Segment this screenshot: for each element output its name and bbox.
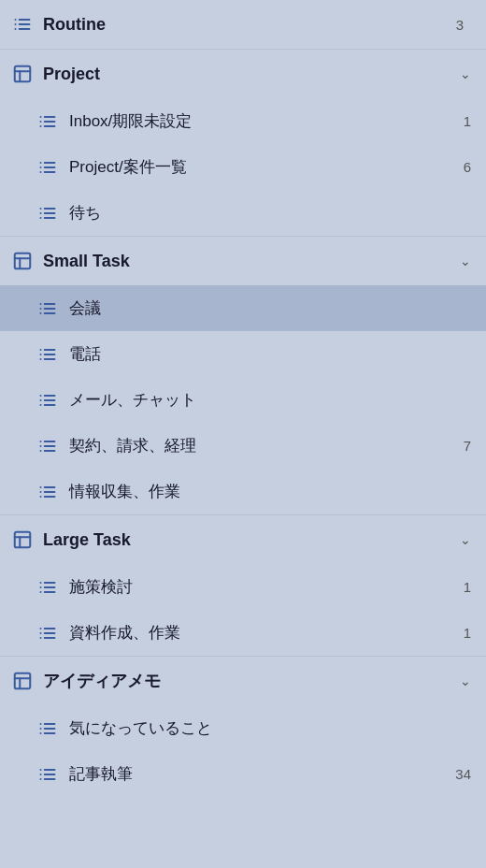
sidebar-item-articles[interactable]: 記事執筆 34 [0, 751, 486, 797]
list-icon [37, 436, 58, 456]
svg-point-66 [40, 582, 42, 584]
inbox-badge: 1 [464, 113, 471, 129]
curious-label: 気になっていること [69, 717, 471, 739]
sidebar-item-waiting[interactable]: 待ち [0, 190, 486, 236]
list-icon [37, 344, 58, 365]
svg-point-35 [40, 312, 42, 314]
svg-point-82 [40, 728, 42, 730]
meeting-label: 会議 [69, 297, 471, 319]
routine-title: Routine [43, 15, 456, 35]
list-icon [37, 203, 58, 224]
sidebar-item-project[interactable]: Project ⌄ [0, 50, 486, 98]
chevron-down-icon: ⌄ [460, 532, 471, 547]
mail-chat-label: メール、チャット [69, 389, 471, 411]
large-task-title: Large Task [43, 530, 460, 550]
list-icon [37, 623, 58, 644]
box-icon [11, 528, 34, 551]
svg-point-68 [40, 591, 42, 593]
svg-point-18 [40, 162, 42, 164]
sidebar-item-research[interactable]: 情報収集、作業 [0, 469, 486, 514]
planning-badge: 1 [464, 579, 471, 595]
routine-badge: 3 [456, 17, 464, 33]
box-icon [11, 250, 34, 272]
phone-label: 電話 [69, 343, 471, 365]
svg-point-4 [15, 23, 17, 25]
svg-point-52 [40, 445, 42, 447]
sidebar-item-large-task[interactable]: Large Task ⌄ [0, 515, 486, 564]
svg-rect-27 [15, 253, 31, 269]
project-title: Project [43, 65, 460, 84]
svg-point-33 [40, 303, 42, 305]
sidebar: Routine 3 Project ⌄ Inbox/期限未設定 [0, 0, 486, 797]
idea-memo-title: アイディアメモ [43, 670, 460, 692]
svg-point-73 [40, 632, 42, 634]
svg-point-25 [40, 212, 42, 214]
svg-point-89 [40, 778, 42, 780]
svg-point-40 [40, 354, 42, 355]
project-list-label: Project/案件一覧 [69, 156, 464, 178]
list-icon [37, 764, 58, 785]
svg-point-39 [40, 349, 42, 351]
sidebar-item-document[interactable]: 資料作成、作業 1 [0, 610, 486, 656]
svg-point-83 [40, 732, 42, 734]
sidebar-item-project-list[interactable]: Project/案件一覧 6 [0, 144, 486, 190]
svg-point-5 [15, 28, 17, 30]
svg-point-88 [40, 774, 42, 775]
svg-point-20 [40, 171, 42, 173]
sidebar-item-idea-memo[interactable]: アイディアメモ ⌄ [0, 657, 486, 705]
svg-point-67 [40, 586, 42, 588]
list-icon [37, 157, 58, 178]
inbox-label: Inbox/期限未設定 [69, 110, 464, 132]
svg-point-72 [40, 628, 42, 629]
list-icon [37, 111, 58, 132]
list-icon [37, 718, 58, 739]
chevron-down-icon: ⌄ [460, 673, 471, 688]
contract-label: 契約、請求、経理 [69, 435, 464, 456]
list-icon [37, 390, 58, 411]
svg-point-12 [40, 116, 42, 118]
svg-point-57 [40, 486, 42, 488]
box-icon [11, 63, 34, 85]
list-icon [37, 298, 58, 319]
sidebar-item-planning[interactable]: 施策検討 1 [0, 564, 486, 610]
sidebar-item-phone[interactable]: 電話 [0, 331, 486, 377]
svg-point-58 [40, 491, 42, 493]
svg-rect-60 [15, 532, 31, 548]
sidebar-item-inbox[interactable]: Inbox/期限未設定 1 [0, 98, 486, 144]
sidebar-item-small-task[interactable]: Small Task ⌄ [0, 237, 486, 285]
sidebar-item-curious[interactable]: 気になっていること [0, 705, 486, 751]
svg-point-45 [40, 395, 42, 397]
svg-point-74 [40, 637, 42, 639]
document-label: 資料作成、作業 [69, 622, 464, 644]
document-badge: 1 [464, 625, 471, 641]
articles-label: 記事執筆 [69, 763, 455, 785]
svg-point-51 [40, 441, 42, 442]
svg-point-81 [40, 723, 42, 725]
waiting-label: 待ち [69, 202, 471, 224]
svg-point-13 [40, 121, 42, 123]
sidebar-item-routine[interactable]: Routine 3 [0, 0, 486, 49]
svg-point-46 [40, 399, 42, 401]
list-icon [37, 482, 58, 502]
small-task-title: Small Task [43, 252, 460, 271]
project-list-badge: 6 [464, 159, 471, 175]
box-icon [11, 670, 34, 692]
svg-point-19 [40, 166, 42, 168]
svg-point-59 [40, 496, 42, 498]
svg-rect-6 [15, 66, 31, 82]
sidebar-item-mail-chat[interactable]: メール、チャット [0, 377, 486, 423]
svg-point-26 [40, 217, 42, 219]
contract-badge: 7 [464, 438, 471, 454]
svg-point-14 [40, 125, 42, 127]
svg-point-24 [40, 208, 42, 210]
sidebar-item-contract[interactable]: 契約、請求、経理 7 [0, 423, 486, 469]
list-icon [11, 13, 34, 36]
svg-point-53 [40, 450, 42, 452]
articles-badge: 34 [455, 766, 471, 782]
svg-point-41 [40, 358, 42, 360]
planning-label: 施策検討 [69, 576, 464, 598]
chevron-down-icon: ⌄ [460, 253, 471, 268]
chevron-down-icon: ⌄ [460, 66, 471, 81]
list-icon [37, 577, 58, 598]
sidebar-item-meeting[interactable]: 会議 [0, 285, 486, 331]
